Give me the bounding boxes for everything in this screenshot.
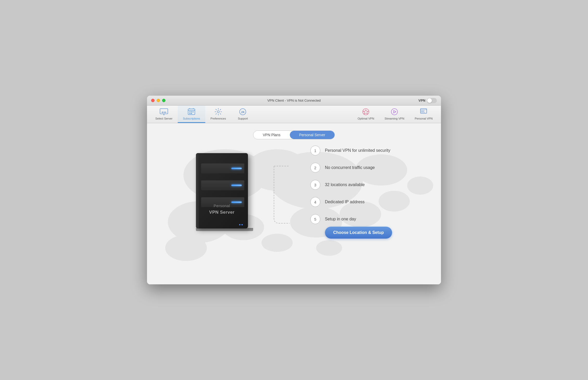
minimize-button[interactable] [157, 99, 160, 102]
svg-point-19 [391, 109, 398, 115]
feature-item-2: 2 No concurrent traffic usage [310, 163, 392, 173]
optimal-vpn-label: Optimal VPN [358, 117, 374, 120]
feature-item-1: 1 Personal VPN for unlimited security [310, 146, 392, 155]
svg-text:24: 24 [241, 110, 245, 114]
server-drive-1 [201, 163, 244, 173]
toolbar-item-select-server[interactable]: Select Server [150, 106, 178, 123]
svg-rect-10 [191, 112, 192, 112]
svg-rect-21 [420, 109, 427, 113]
traffic-lights [151, 99, 165, 102]
feature-text-5: Setup in one day [325, 217, 356, 221]
feature-item-4: 4 Dedicated IP address [310, 197, 392, 207]
feature-item-3: 3 32 locations available [310, 180, 392, 190]
toolbar-left: Select Server [150, 106, 254, 123]
feature-text-3: 32 locations available [325, 182, 365, 187]
toggle-track[interactable] [427, 98, 437, 103]
vpn-label: VPN [418, 99, 425, 102]
streaming-vpn-label: Streaming VPN [385, 117, 404, 120]
server-drive-2 [201, 180, 244, 190]
app-window: VPN Client - VPN is Not Connected VPN [147, 96, 441, 284]
close-button[interactable] [151, 99, 155, 102]
window-title: VPN Client - VPN is Not Connected [267, 99, 321, 102]
features-list: 1 Personal VPN for unlimited security 2 … [310, 146, 392, 224]
svg-marker-20 [394, 110, 396, 113]
connector-area [269, 150, 295, 234]
feature-number-1: 1 [310, 146, 320, 155]
optimal-vpn-icon [362, 108, 370, 116]
feature-number-2: 2 [310, 163, 320, 173]
server-label: Personal VPN Server [196, 203, 248, 215]
tab-switcher: VPN Plans Personal Server [147, 123, 441, 146]
toolbar-right: Optimal VPN Streaming VPN [353, 106, 438, 123]
titlebar: VPN Client - VPN is Not Connected VPN [147, 96, 441, 106]
feature-item-5: 5 Setup in one day [310, 214, 392, 224]
toolbar-item-subscriptions[interactable]: Subscriptions [178, 106, 205, 123]
toolbar-item-streaming-vpn[interactable]: Streaming VPN [379, 106, 410, 123]
toolbar-item-optimal-vpn[interactable]: Optimal VPN [353, 106, 380, 123]
maximize-button[interactable] [162, 99, 165, 102]
streaming-vpn-icon [390, 108, 399, 116]
feature-text-1: Personal VPN for unlimited security [325, 148, 391, 153]
svg-rect-9 [189, 112, 190, 112]
tab-vpn-plans[interactable]: VPN Plans [253, 131, 290, 139]
server-illustration: Personal VPN Server [196, 153, 253, 231]
server-box: Personal VPN Server [196, 153, 248, 228]
toggle-thumb [427, 98, 432, 103]
feature-number-4: 4 [310, 197, 320, 207]
feature-number-3: 3 [310, 180, 320, 190]
subscriptions-icon [187, 108, 196, 116]
svg-rect-11 [193, 112, 194, 112]
support-icon: 24 [239, 108, 247, 116]
toolbar-item-support[interactable]: 24 Support [231, 106, 254, 123]
feature-text-2: No concurrent traffic usage [325, 165, 375, 170]
feature-text-4: Dedicated IP address [325, 200, 365, 204]
subscriptions-label: Subscriptions [183, 117, 200, 120]
server-dots [239, 224, 243, 225]
tab-pill: VPN Plans Personal Server [253, 130, 335, 139]
tab-personal-server[interactable]: Personal Server [290, 131, 335, 139]
personal-vpn-label: Personal VPN [415, 117, 433, 120]
svg-marker-18 [363, 110, 368, 114]
toolbar-item-preferences[interactable]: Preferences [205, 106, 231, 123]
svg-point-14 [217, 111, 219, 113]
svg-rect-13 [191, 113, 192, 114]
toolbar: Select Server [147, 106, 441, 123]
personal-vpn-icon [419, 108, 428, 116]
main-content: Personal VPN Server [147, 146, 441, 249]
features-area: 1 Personal VPN for unlimited security 2 … [310, 146, 392, 239]
svg-rect-0 [160, 109, 168, 114]
toolbar-item-personal-vpn[interactable]: Personal VPN [410, 106, 438, 123]
choose-location-setup-button[interactable]: Choose Location & Setup [325, 227, 392, 239]
svg-rect-12 [189, 113, 190, 114]
preferences-label: Preferences [210, 117, 226, 120]
preferences-icon [214, 108, 222, 116]
vpn-toggle-area[interactable]: VPN [418, 98, 437, 103]
select-server-icon [160, 108, 168, 116]
support-label: Support [238, 117, 248, 120]
content-area: VPN Plans Personal Server Personal VPN S… [147, 123, 441, 284]
feature-number-5: 5 [310, 214, 320, 224]
select-server-label: Select Server [155, 117, 172, 120]
